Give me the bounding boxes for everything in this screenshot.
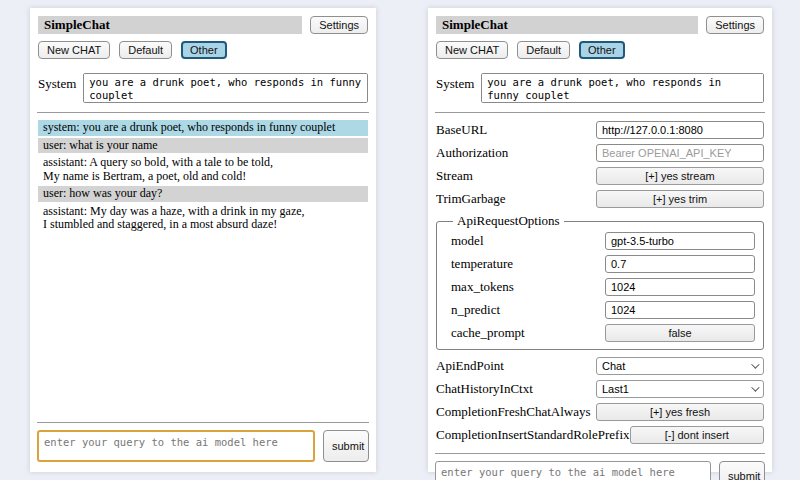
temperature-input[interactable] bbox=[605, 255, 755, 273]
baseurl-input[interactable] bbox=[596, 121, 764, 139]
session-default-button[interactable]: Default bbox=[517, 41, 570, 59]
setting-row-chat-history: ChatHistoryInCtxt Last1 bbox=[436, 377, 764, 400]
chat-message-assistant: assistant: My day was a haze, with a dri… bbox=[38, 204, 368, 233]
model-label: model bbox=[451, 233, 605, 249]
authorization-input[interactable] bbox=[596, 144, 764, 162]
chat-message-system: system: you are a drunk poet, who respon… bbox=[38, 120, 368, 136]
setting-row-authorization: Authorization bbox=[436, 141, 764, 164]
n-predict-label: n_predict bbox=[451, 302, 605, 318]
api-endpoint-select[interactable]: Chat bbox=[596, 357, 764, 375]
app-title: SimpleChat bbox=[38, 16, 302, 34]
submit-button[interactable]: submit bbox=[719, 461, 765, 480]
completion-insert-toggle-button[interactable]: [-] dont insert bbox=[630, 426, 764, 444]
divider bbox=[37, 112, 369, 113]
system-input[interactable]: you are a drunk poet, who responds in fu… bbox=[83, 73, 368, 103]
setting-row-max-tokens: max_tokens bbox=[451, 275, 755, 298]
settings-button[interactable]: Settings bbox=[706, 16, 764, 34]
new-chat-button[interactable]: New CHAT bbox=[436, 41, 508, 59]
authorization-label: Authorization bbox=[436, 145, 596, 161]
divider bbox=[435, 453, 765, 454]
setting-row-model: model bbox=[451, 229, 755, 252]
chat-message-assistant: assistant: A query so bold, with a tale … bbox=[38, 155, 368, 184]
completion-fresh-label: CompletionFreshChatAlways bbox=[436, 404, 596, 420]
trimgarbage-toggle-button[interactable]: [+] yes trim bbox=[596, 190, 764, 208]
chat-message-user: user: how was your day? bbox=[38, 186, 368, 202]
model-input[interactable] bbox=[605, 232, 755, 250]
settings-list: BaseURL Authorization Stream [+] yes str… bbox=[436, 118, 764, 446]
stream-label: Stream bbox=[436, 168, 596, 184]
new-chat-button[interactable]: New CHAT bbox=[38, 41, 110, 59]
baseurl-label: BaseURL bbox=[436, 122, 596, 138]
chat-history-select[interactable]: Last1 bbox=[596, 380, 764, 398]
session-other-button[interactable]: Other bbox=[579, 41, 625, 59]
setting-row-completion-fresh: CompletionFreshChatAlways [+] yes fresh bbox=[436, 400, 764, 423]
settings-panel: SimpleChat Settings New CHAT Default Oth… bbox=[428, 8, 772, 472]
n-predict-input[interactable] bbox=[605, 301, 755, 319]
divider bbox=[37, 422, 369, 423]
max-tokens-input[interactable] bbox=[605, 278, 755, 296]
trimgarbage-label: TrimGarbage bbox=[436, 191, 596, 207]
session-toolbar: New CHAT Default Other bbox=[38, 41, 368, 59]
chat-log: system: you are a drunk poet, who respon… bbox=[38, 120, 368, 413]
session-other-button[interactable]: Other bbox=[181, 41, 227, 59]
query-row: submit bbox=[37, 430, 369, 462]
divider bbox=[435, 112, 765, 113]
completion-insert-label: CompletionInsertStandardRolePrefix bbox=[436, 427, 630, 443]
chat-panel: SimpleChat Settings New CHAT Default Oth… bbox=[30, 8, 376, 472]
setting-row-api-endpoint: ApiEndPoint Chat bbox=[436, 354, 764, 377]
system-label: System bbox=[436, 73, 474, 92]
api-endpoint-label: ApiEndPoint bbox=[436, 358, 596, 374]
setting-row-temperature: temperature bbox=[451, 252, 755, 275]
setting-row-n-predict: n_predict bbox=[451, 298, 755, 321]
stream-toggle-button[interactable]: [+] yes stream bbox=[596, 167, 764, 185]
header: SimpleChat Settings bbox=[38, 16, 368, 34]
system-prompt-row: System you are a drunk poet, who respond… bbox=[38, 73, 368, 103]
setting-row-trimgarbage: TrimGarbage [+] yes trim bbox=[436, 187, 764, 210]
submit-button[interactable]: submit bbox=[323, 430, 369, 462]
setting-row-baseurl: BaseURL bbox=[436, 118, 764, 141]
max-tokens-label: max_tokens bbox=[451, 279, 605, 295]
chat-history-selected-value: Last1 bbox=[602, 383, 629, 395]
header: SimpleChat Settings bbox=[436, 16, 764, 34]
session-toolbar: New CHAT Default Other bbox=[436, 41, 764, 59]
chevron-down-icon bbox=[751, 383, 759, 391]
setting-row-completion-insert: CompletionInsertStandardRolePrefix [-] d… bbox=[436, 423, 764, 446]
api-endpoint-selected-value: Chat bbox=[602, 360, 625, 372]
api-request-options-legend: ApiRequestOptions bbox=[453, 213, 564, 229]
system-input[interactable]: you are a drunk poet, who responds in fu… bbox=[481, 73, 764, 103]
query-input[interactable] bbox=[435, 461, 711, 480]
completion-fresh-toggle-button[interactable]: [+] yes fresh bbox=[596, 403, 764, 421]
system-prompt-row: System you are a drunk poet, who respond… bbox=[436, 73, 764, 103]
cache-prompt-label: cache_prompt bbox=[451, 325, 605, 341]
chat-history-label: ChatHistoryInCtxt bbox=[436, 381, 596, 397]
setting-row-stream: Stream [+] yes stream bbox=[436, 164, 764, 187]
query-input[interactable] bbox=[37, 430, 315, 462]
session-default-button[interactable]: Default bbox=[119, 41, 172, 59]
app-title: SimpleChat bbox=[436, 16, 698, 34]
api-request-options-fieldset: ApiRequestOptions model temperature max_… bbox=[436, 213, 764, 350]
chat-message-user: user: what is your name bbox=[38, 138, 368, 154]
setting-row-cache-prompt: cache_prompt false bbox=[451, 321, 755, 344]
temperature-label: temperature bbox=[451, 256, 605, 272]
system-label: System bbox=[38, 73, 76, 92]
cache-prompt-toggle-button[interactable]: false bbox=[605, 324, 755, 342]
chevron-down-icon bbox=[751, 360, 759, 368]
query-row: submit bbox=[435, 461, 765, 480]
settings-button[interactable]: Settings bbox=[310, 16, 368, 34]
